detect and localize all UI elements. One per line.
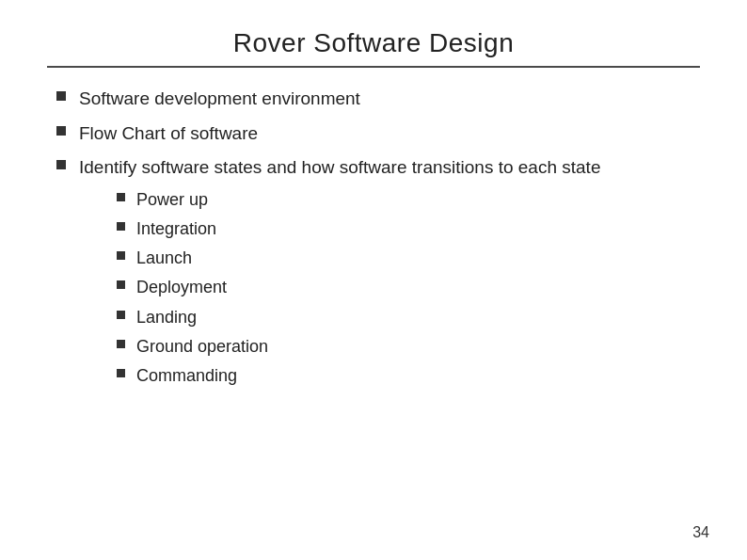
content-area: Software development environment Flow Ch…: [47, 87, 700, 393]
sub-bullet-icon-5: [117, 311, 125, 319]
sub-bullet-item-6: Ground operation: [117, 335, 600, 359]
sub-bullet-item-5: Landing: [117, 306, 600, 329]
sub-bullets: Power up Integration Launch Deployment: [117, 188, 600, 388]
sub-bullet-icon-4: [117, 280, 125, 289]
sub-bullet-text-4: Deployment: [136, 276, 227, 299]
slide: Rover Software Design Software developme…: [0, 0, 747, 560]
bullet-item-2: Flow Chart of software: [56, 121, 700, 147]
bullet-text-3: Identify software states and how softwar…: [79, 157, 600, 177]
sub-bullet-item-2: Integration: [117, 217, 600, 241]
bullet-icon-3: [56, 160, 66, 169]
sub-bullet-item-7: Commanding: [117, 364, 600, 388]
sub-bullet-text-6: Ground operation: [136, 335, 268, 359]
sub-bullet-text-5: Landing: [136, 306, 197, 329]
title-section: Rover Software Design: [47, 28, 700, 68]
bullet-item-1: Software development environment: [56, 87, 700, 112]
sub-bullet-icon-6: [117, 340, 125, 348]
title-divider: [47, 66, 700, 68]
page-number: 34: [692, 524, 709, 541]
sub-bullet-icon-2: [117, 222, 125, 231]
bullet-text-1: Software development environment: [79, 87, 360, 112]
sub-bullet-item-4: Deployment: [117, 276, 600, 299]
sub-bullet-text-2: Integration: [136, 217, 216, 241]
sub-bullet-icon-3: [117, 251, 125, 260]
slide-title: Rover Software Design: [47, 28, 700, 58]
sub-bullet-item-1: Power up: [117, 188, 600, 212]
bullet-text-2: Flow Chart of software: [79, 121, 258, 147]
sub-bullet-item-3: Launch: [117, 247, 600, 270]
sub-bullet-text-1: Power up: [136, 188, 208, 212]
sub-bullet-text-3: Launch: [136, 247, 192, 270]
sub-bullet-icon-7: [117, 369, 125, 377]
sub-bullet-icon-1: [117, 193, 125, 201]
bullet-icon-1: [56, 91, 66, 101]
sub-bullet-text-7: Commanding: [136, 364, 237, 388]
bullet-item-3: Identify software states and how softwar…: [56, 155, 700, 393]
bullet-icon-2: [56, 126, 66, 136]
